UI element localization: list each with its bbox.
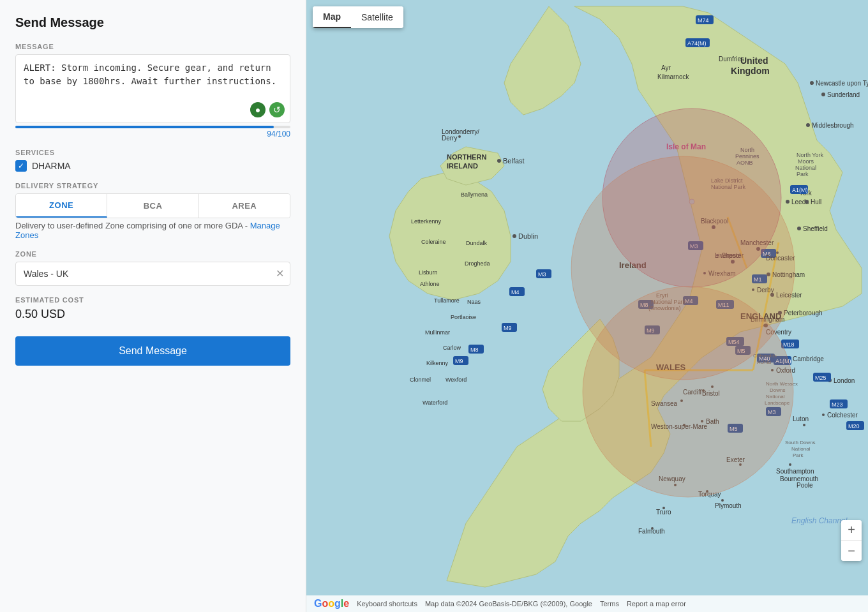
- svg-point-10: [810, 81, 814, 85]
- char-progress-fill: [15, 126, 274, 128]
- delivery-hint-text: Delivery to user-defined Zone comprising…: [15, 221, 250, 230]
- undo-icon[interactable]: ↺: [269, 102, 285, 117]
- svg-text:M8: M8: [470, 347, 479, 353]
- svg-text:Lisburn: Lisburn: [419, 269, 438, 276]
- svg-text:National: National: [791, 446, 811, 452]
- map-footer: Google Keyboard shortcuts Map data ©2024…: [306, 595, 868, 612]
- svg-text:Falmouth: Falmouth: [638, 528, 665, 535]
- svg-text:Plymouth: Plymouth: [715, 502, 742, 509]
- svg-text:Hull: Hull: [811, 198, 821, 205]
- svg-text:M74: M74: [698, 17, 709, 24]
- svg-point-188: [583, 287, 793, 497]
- send-message-button[interactable]: Send Message: [15, 336, 290, 366]
- svg-text:Sunderland: Sunderland: [827, 91, 860, 98]
- map-svg: United Kingdom Ireland WALES ENGLAND New…: [306, 0, 868, 612]
- estimated-cost-section: ESTIMATED COST 0.50 USD: [15, 296, 290, 321]
- panel-title: Send Message: [15, 15, 290, 30]
- svg-text:Kilkenny: Kilkenny: [426, 360, 449, 366]
- svg-text:Poole: Poole: [797, 482, 813, 489]
- svg-text:Belfast: Belfast: [503, 157, 525, 165]
- svg-point-20: [797, 227, 801, 230]
- google-logo: Google: [314, 598, 349, 609]
- svg-text:Newcastle upon Tyne: Newcastle upon Tyne: [816, 80, 868, 87]
- svg-text:Southampton: Southampton: [776, 468, 814, 475]
- left-panel: Send Message MESSAGE ALERT: Storm incomi…: [0, 0, 306, 612]
- svg-text:M9: M9: [455, 358, 463, 364]
- message-label: MESSAGE: [15, 43, 290, 50]
- message-textarea[interactable]: ALERT: Storm incoming. Secure gear, and …: [24, 61, 282, 100]
- svg-text:Dublin: Dublin: [518, 232, 538, 240]
- svg-text:Dundalk: Dundalk: [466, 240, 488, 246]
- svg-point-16: [786, 200, 789, 204]
- zone-clear-button[interactable]: ✕: [276, 269, 284, 279]
- delivery-tabs: ZONE BCA AREA: [15, 193, 290, 218]
- zoom-out-button[interactable]: −: [841, 541, 862, 561]
- zone-input-wrapper: ✕: [15, 262, 290, 286]
- report-link[interactable]: Report a map error: [627, 600, 686, 608]
- svg-text:Cambridge: Cambridge: [793, 355, 824, 362]
- svg-text:Wexford: Wexford: [445, 377, 467, 383]
- svg-text:M3: M3: [538, 271, 546, 278]
- dharma-checkbox[interactable]: ✓: [15, 160, 27, 172]
- svg-text:Colchester: Colchester: [827, 412, 858, 419]
- svg-text:North York: North York: [797, 152, 824, 158]
- svg-text:United: United: [740, 56, 768, 66]
- svg-text:M20: M20: [848, 423, 860, 429]
- zoom-in-button[interactable]: +: [841, 520, 862, 541]
- svg-text:Moors: Moors: [798, 158, 814, 165]
- svg-text:National: National: [795, 165, 816, 171]
- delivery-strategy-section: DELIVERY STRATEGY ZONE BCA AREA Delivery…: [15, 182, 290, 240]
- terms-link[interactable]: Terms: [600, 600, 619, 608]
- svg-text:Mullinmar: Mullinmar: [425, 329, 450, 336]
- svg-text:Luton: Luton: [793, 415, 809, 422]
- message-textarea-wrapper: ALERT: Storm incoming. Secure gear, and …: [15, 54, 290, 123]
- tab-bca[interactable]: BCA: [107, 194, 198, 218]
- textarea-icons: ● ↺: [250, 102, 285, 117]
- svg-point-70: [513, 234, 516, 238]
- dharma-checkbox-row[interactable]: ✓ DHARMA: [15, 160, 290, 172]
- svg-text:Carlow: Carlow: [443, 345, 461, 351]
- char-progress-bar: [15, 126, 290, 128]
- svg-point-54: [789, 463, 791, 466]
- emoji-icon[interactable]: ●: [250, 102, 266, 117]
- svg-point-52: [822, 414, 825, 416]
- cost-value: 0.50 USD: [15, 308, 290, 321]
- svg-text:Athlone: Athlone: [420, 281, 440, 287]
- svg-text:Waterford: Waterford: [423, 399, 447, 406]
- tab-area[interactable]: AREA: [199, 194, 290, 218]
- svg-text:IRELAND: IRELAND: [447, 162, 478, 170]
- map-zoom-controls: + −: [841, 520, 862, 561]
- zone-label: ZONE: [15, 250, 290, 258]
- svg-text:Naas: Naas: [467, 299, 481, 305]
- map-data: Map data ©2024 GeoBasis-DE/BKG (©2009), …: [425, 600, 592, 608]
- dharma-label: DHARMA: [32, 161, 71, 171]
- svg-text:Sheffield: Sheffield: [803, 225, 828, 232]
- map-toggle: Map Satellite: [313, 6, 403, 28]
- delivery-strategy-label: DELIVERY STRATEGY: [15, 182, 290, 190]
- services-section: SERVICES ✓ DHARMA: [15, 149, 290, 172]
- satellite-view-button[interactable]: Satellite: [351, 6, 403, 28]
- svg-text:Park: Park: [793, 452, 804, 458]
- svg-text:Ballymena: Ballymena: [461, 191, 488, 198]
- svg-point-74: [458, 135, 461, 138]
- map-container: Map Satellite: [306, 0, 868, 612]
- svg-text:South Downs: South Downs: [785, 440, 816, 445]
- svg-text:Truro: Truro: [656, 509, 671, 516]
- svg-point-12: [821, 93, 825, 96]
- keyboard-shortcuts[interactable]: Keyboard shortcuts: [357, 600, 417, 608]
- svg-text:Kilmarnock: Kilmarnock: [657, 73, 689, 80]
- svg-point-50: [803, 424, 805, 426]
- zone-input[interactable]: [15, 262, 290, 286]
- svg-text:Drogheda: Drogheda: [465, 260, 490, 267]
- svg-text:M23: M23: [832, 401, 843, 408]
- estimated-cost-label: ESTIMATED COST: [15, 296, 290, 304]
- map-view-button[interactable]: Map: [313, 6, 351, 28]
- tab-zone[interactable]: ZONE: [16, 194, 107, 218]
- map-panel: Map Satellite: [306, 0, 868, 612]
- svg-text:A74(M): A74(M): [687, 40, 707, 47]
- services-label: SERVICES: [15, 149, 290, 156]
- svg-text:Portlaoise: Portlaoise: [451, 314, 476, 320]
- svg-text:Ayr: Ayr: [661, 64, 671, 71]
- svg-text:Coleraine: Coleraine: [421, 239, 446, 245]
- svg-text:M18: M18: [783, 341, 795, 348]
